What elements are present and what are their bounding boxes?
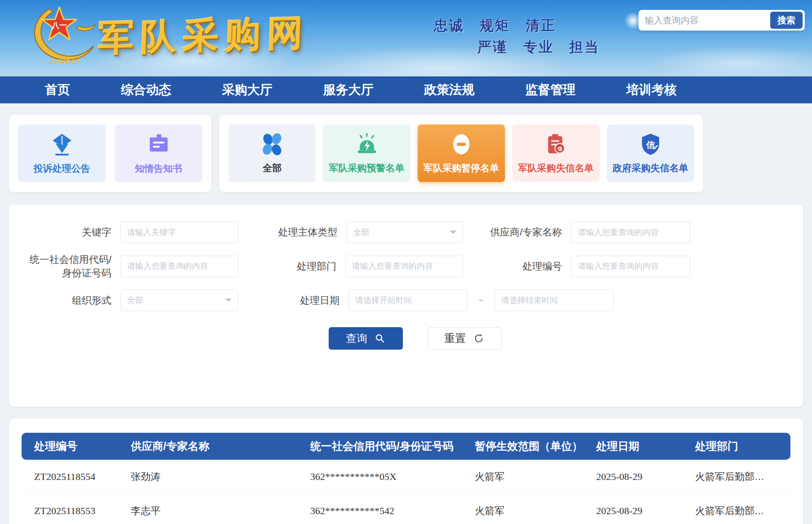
cell-department: 火箭军后勤部采购和...	[695, 470, 778, 484]
svg-text:八一: 八一	[51, 21, 67, 30]
nav-item-training[interactable]: 培训考核	[626, 81, 677, 98]
cell-supplier: 李志平	[131, 504, 310, 518]
subject-type-value: 全部	[353, 227, 370, 238]
nav-item-news[interactable]: 综合动态	[121, 81, 171, 98]
tab-label: 军队采购失信名单	[518, 162, 593, 174]
pause-minus-icon	[449, 132, 473, 156]
svg-text:信: 信	[646, 140, 655, 150]
col-header: 处理日期	[596, 439, 695, 453]
credit-code-input[interactable]	[120, 256, 238, 277]
date-label: 处理日期	[254, 294, 339, 307]
tab-label: 军队采购暂停名单	[424, 162, 499, 174]
org-form-value: 全部	[127, 295, 143, 306]
dishonest-clipboard-icon: 信	[544, 132, 568, 156]
reset-refresh-icon	[473, 333, 485, 344]
date-start-input[interactable]	[348, 289, 468, 311]
svg-text:信: 信	[557, 146, 563, 151]
cell-scope: 火箭军	[475, 504, 596, 518]
cell-department: 火箭军后勤部采购和...	[695, 504, 778, 518]
tab-label: 全部	[263, 162, 281, 174]
header-search-input[interactable]	[645, 15, 770, 26]
notice-board-icon	[146, 132, 171, 157]
department-input[interactable]	[345, 256, 463, 277]
header-search-box: 搜索	[638, 10, 805, 31]
col-header: 供应商/专家名称	[131, 439, 310, 453]
supplier-name-label: 供应商/专家名称	[477, 226, 562, 239]
keyword-label: 关键字	[27, 226, 112, 239]
site-title: 军队采购网	[98, 9, 310, 63]
cell-number: ZT2025118553	[34, 505, 131, 517]
col-header: 暂停生效范围（单位）	[475, 439, 596, 453]
date-range-separator: ~	[478, 295, 484, 306]
supplier-name-input[interactable]	[571, 222, 690, 243]
keyword-input[interactable]	[120, 222, 238, 243]
chevron-down-icon	[450, 231, 456, 234]
department-label: 处理部门	[254, 260, 336, 273]
query-button-label: 查询	[346, 331, 367, 346]
tab-warning-list[interactable]: 军队采购预警名单	[323, 124, 410, 182]
reset-button-label: 重置	[444, 331, 466, 346]
alarm-warning-icon	[355, 132, 379, 156]
subject-type-label: 处理主体类型	[254, 226, 338, 239]
tab-military-dishonest-list[interactable]: 信 军队采购失信名单	[512, 124, 599, 182]
slogan-line-1: 忠诚 规矩 清正	[434, 16, 556, 35]
reset-button[interactable]: 重置	[428, 327, 502, 350]
org-form-label: 组织形式	[27, 294, 112, 307]
notice-panel: 投诉处理公告 知情告知书	[9, 115, 211, 192]
nav-inner: 首页 综合动态 采购大厅 服务大厅 政策法规 监督管理 培训考核	[45, 81, 677, 98]
tab-suspension-list[interactable]: 军队采购暂停名单	[418, 124, 505, 182]
nav-item-procurement-hall[interactable]: 采购大厅	[222, 81, 272, 98]
site-header: 八一 JUNDUI 军队采购网 忠诚 规矩 清正 严谨 专业 担当 搜索	[0, 0, 812, 76]
table-row[interactable]: ZT2025118553 李志平 362***********542 火箭军 2…	[22, 494, 790, 524]
header-search-button[interactable]: 搜索	[770, 12, 803, 29]
card-label: 投诉处理公告	[34, 162, 90, 175]
main-nav: 首页 综合动态 采购大厅 服务大厅 政策法规 监督管理 培训考核	[0, 76, 812, 103]
date-end-input[interactable]	[495, 289, 614, 311]
cell-date: 2025-08-29	[596, 471, 695, 483]
nav-item-policies[interactable]: 政策法规	[424, 81, 474, 98]
cell-number: ZT2025118554	[34, 471, 131, 483]
org-form-select[interactable]: 全部	[120, 289, 238, 311]
credit-code-label: 统一社会信用代码/身份证号码	[27, 253, 112, 280]
nav-item-home[interactable]: 首页	[45, 81, 70, 98]
cards-row: 投诉处理公告 知情告知书 全部	[9, 115, 803, 192]
cell-credit-code: 362***********542	[310, 505, 475, 517]
tab-gov-dishonest-list[interactable]: 信 政府采购失信名单	[607, 124, 694, 182]
army-star-logo-icon: 八一 JUNDUI	[23, 2, 98, 69]
card-label: 知情告知书	[135, 162, 182, 175]
tab-all[interactable]: 全部	[228, 124, 316, 182]
complaint-submit-icon	[49, 132, 75, 157]
table-header-row: 处理编号 供应商/专家名称 统一社会信用代码/身份证号码 暂停生效范围（单位） …	[22, 433, 790, 460]
tab-label: 政府采购失信名单	[613, 162, 688, 174]
col-header: 处理编号	[34, 439, 131, 453]
table-row[interactable]: ZT2025118554 张劲涛 362***********05X 火箭军 2…	[22, 460, 790, 494]
subject-type-select[interactable]: 全部	[347, 222, 463, 243]
col-header: 统一社会信用代码/身份证号码	[310, 439, 475, 453]
number-label: 处理编号	[477, 260, 562, 273]
card-information-letter[interactable]: 知情告知书	[115, 124, 202, 182]
clover-all-icon	[260, 132, 284, 156]
svg-text:JUNDUI: JUNDUI	[49, 58, 80, 65]
col-header: 处理部门	[695, 439, 778, 453]
number-input[interactable]	[571, 256, 690, 277]
nav-item-supervision[interactable]: 监督管理	[525, 81, 576, 98]
credit-shield-icon: 信	[638, 132, 663, 156]
result-table-panel: 处理编号 供应商/专家名称 统一社会信用代码/身份证号码 暂停生效范围（单位） …	[9, 418, 803, 524]
cell-supplier: 张劲涛	[131, 470, 310, 484]
list-tabs-panel: 全部 军队采购预警名单 军队采购暂停名单	[219, 115, 703, 192]
cell-scope: 火箭军	[475, 470, 596, 484]
card-complaint-notice[interactable]: 投诉处理公告	[18, 124, 106, 182]
search-icon	[375, 333, 385, 344]
nav-item-service-hall[interactable]: 服务大厅	[323, 81, 373, 98]
slogan-line-2: 严谨 专业 担当	[477, 38, 600, 57]
cell-credit-code: 362***********05X	[310, 471, 475, 483]
query-button[interactable]: 查询	[329, 327, 403, 350]
filter-panel: 关键字 处理主体类型 全部 供应商/专家名称 统一社会信用代码/身份证号码 处理…	[9, 204, 803, 407]
cell-date: 2025-08-29	[596, 505, 695, 517]
tab-label: 军队采购预警名单	[329, 162, 405, 174]
chevron-down-icon	[225, 298, 232, 302]
